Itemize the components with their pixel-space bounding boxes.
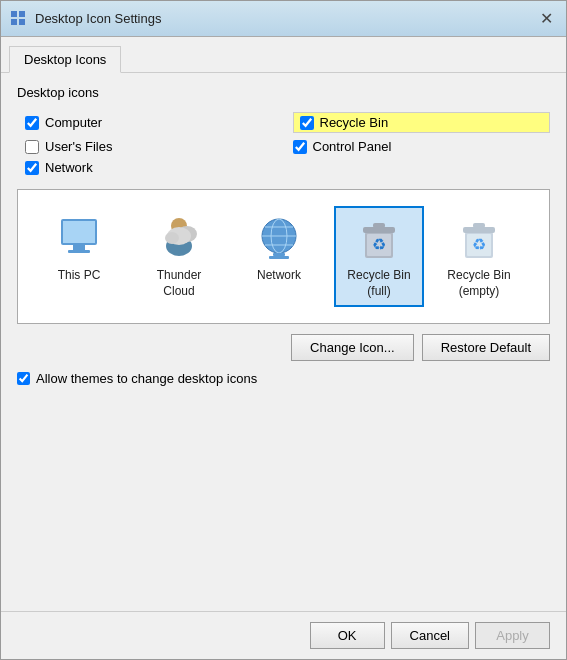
recycle-empty-label: Recycle Bin(empty)	[447, 268, 510, 299]
svg-rect-18	[273, 253, 285, 256]
svg-text:♻: ♻	[472, 236, 486, 253]
thunder-cloud-icon	[155, 214, 203, 262]
icon-item-thunder-cloud[interactable]: Thunder Cloud	[134, 206, 224, 307]
network-label: Network	[257, 268, 301, 284]
svg-rect-6	[73, 245, 85, 250]
icon-item-this-pc[interactable]: This PC	[34, 206, 124, 292]
svg-rect-2	[11, 19, 17, 25]
close-button[interactable]: ✕	[534, 7, 558, 31]
network-icon	[255, 214, 303, 262]
icon-item-recycle-full[interactable]: ♻ Recycle Bin(full)	[334, 206, 424, 307]
cancel-button[interactable]: Cancel	[391, 622, 469, 649]
main-content: Desktop icons Computer Recycle Bin User'…	[1, 72, 566, 611]
svg-rect-19	[269, 256, 289, 259]
allow-themes-label: Allow themes to change desktop icons	[36, 371, 257, 386]
icon-grid: This PC Thunder Cloud	[17, 189, 550, 324]
restore-default-button[interactable]: Restore Default	[422, 334, 550, 361]
checkbox-network-input[interactable]	[25, 161, 39, 175]
icon-action-buttons: Change Icon... Restore Default	[17, 334, 550, 361]
recycle-empty-icon: ♻	[455, 214, 503, 262]
checkbox-users-label: User's Files	[45, 139, 113, 154]
allow-themes-checkbox[interactable]	[17, 372, 30, 385]
group-label: Desktop icons	[17, 85, 550, 100]
desktop-icons-group: Desktop icons Computer Recycle Bin User'…	[17, 85, 550, 179]
checkbox-recycle-input[interactable]	[300, 116, 314, 130]
thunder-cloud-label: Thunder Cloud	[142, 268, 216, 299]
svg-rect-28	[473, 223, 485, 228]
titlebar: Desktop Icon Settings ✕	[1, 1, 566, 37]
checkbox-recycle[interactable]: Recycle Bin	[293, 112, 551, 133]
ok-button[interactable]: OK	[310, 622, 385, 649]
checkbox-computer-input[interactable]	[25, 116, 39, 130]
svg-point-12	[165, 232, 179, 244]
checkbox-control-label: Control Panel	[313, 139, 392, 154]
svg-rect-1	[19, 11, 25, 17]
svg-rect-23	[373, 223, 385, 228]
recycle-full-icon: ♻	[355, 214, 403, 262]
checkbox-control-input[interactable]	[293, 140, 307, 154]
checkbox-computer[interactable]: Computer	[25, 112, 283, 133]
icon-item-network[interactable]: Network	[234, 206, 324, 292]
svg-rect-7	[68, 250, 90, 253]
svg-text:♻: ♻	[372, 236, 386, 253]
window-icon	[9, 9, 29, 29]
change-icon-button[interactable]: Change Icon...	[291, 334, 414, 361]
tab-bar: Desktop Icons	[1, 37, 566, 72]
svg-rect-3	[19, 19, 25, 25]
recycle-full-label: Recycle Bin(full)	[347, 268, 410, 299]
this-pc-label: This PC	[58, 268, 101, 284]
svg-rect-5	[63, 221, 95, 243]
checkbox-control[interactable]: Control Panel	[293, 139, 551, 154]
tab-desktop-icons[interactable]: Desktop Icons	[9, 46, 121, 73]
window: Desktop Icon Settings ✕ Desktop Icons De…	[0, 0, 567, 660]
checkbox-users[interactable]: User's Files	[25, 139, 283, 154]
icon-item-recycle-empty[interactable]: ♻ Recycle Bin(empty)	[434, 206, 524, 307]
footer: OK Cancel Apply	[1, 611, 566, 659]
checkbox-computer-label: Computer	[45, 115, 102, 130]
checkbox-users-input[interactable]	[25, 140, 39, 154]
checkbox-network[interactable]: Network	[25, 160, 283, 175]
checkbox-recycle-label: Recycle Bin	[320, 115, 389, 130]
apply-button[interactable]: Apply	[475, 622, 550, 649]
checkbox-network-label: Network	[45, 160, 93, 175]
checkbox-list: Computer Recycle Bin User's Files Contro…	[17, 108, 550, 179]
svg-rect-0	[11, 11, 17, 17]
allow-themes-row: Allow themes to change desktop icons	[17, 371, 550, 386]
this-pc-icon	[55, 214, 103, 262]
window-title: Desktop Icon Settings	[35, 11, 534, 26]
